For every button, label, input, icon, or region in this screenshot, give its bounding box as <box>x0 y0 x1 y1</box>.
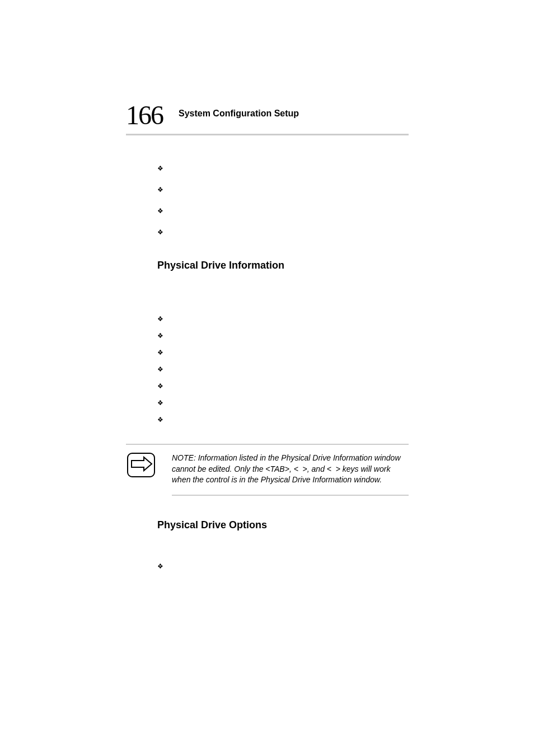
list-item <box>157 561 409 570</box>
section-heading-physical-drive-info: Physical Drive Information <box>157 260 409 271</box>
list-item <box>157 227 409 236</box>
list-item <box>157 348 409 356</box>
list-item <box>157 206 409 215</box>
list-item <box>157 163 409 172</box>
bullet-list-physical-drive-options <box>157 561 409 570</box>
page-number: 166 <box>126 100 163 130</box>
section-heading-physical-drive-options: Physical Drive Options <box>157 519 409 531</box>
list-item <box>157 331 409 340</box>
content-area: Physical Drive Information NOTE: Informa… <box>126 163 409 570</box>
list-item <box>157 314 409 323</box>
page-content: 166 System Configuration Setup Physical … <box>126 100 409 590</box>
note-block: NOTE: Information listed in the Physical… <box>126 444 409 496</box>
list-item <box>157 415 409 424</box>
list-item <box>157 398 409 407</box>
page-header: 166 System Configuration Setup <box>126 100 409 135</box>
bullet-list-top <box>157 163 409 236</box>
list-item <box>157 185 409 194</box>
note-icon <box>127 453 158 480</box>
bullet-list-physical-drive-info <box>157 314 409 424</box>
list-item <box>157 381 409 390</box>
list-item <box>157 364 409 373</box>
note-text: NOTE: Information listed in the Physical… <box>172 453 409 496</box>
header-title: System Configuration Setup <box>179 109 299 119</box>
